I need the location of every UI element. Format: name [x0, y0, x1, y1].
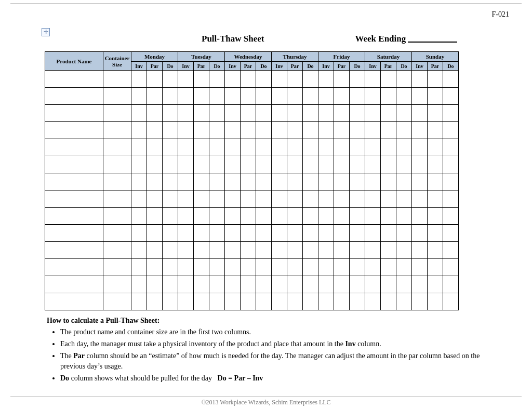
table-cell[interactable]: [178, 259, 194, 276]
table-cell[interactable]: [334, 293, 350, 310]
table-cell[interactable]: [241, 173, 256, 190]
table-cell[interactable]: [45, 293, 103, 310]
table-cell[interactable]: [287, 71, 303, 88]
table-cell[interactable]: [241, 190, 256, 208]
table-cell[interactable]: [272, 173, 287, 190]
table-cell[interactable]: [350, 208, 365, 225]
table-cell[interactable]: [256, 71, 272, 88]
table-cell[interactable]: [443, 122, 459, 139]
table-cell[interactable]: [303, 276, 318, 293]
table-cell[interactable]: [412, 173, 428, 190]
table-cell[interactable]: [131, 276, 147, 293]
table-cell[interactable]: [103, 71, 131, 88]
table-cell[interactable]: [334, 208, 350, 225]
table-cell[interactable]: [350, 190, 365, 208]
table-cell[interactable]: [178, 71, 194, 88]
table-cell[interactable]: [256, 242, 272, 259]
table-cell[interactable]: [147, 173, 163, 190]
table-cell[interactable]: [225, 259, 241, 276]
table-cell[interactable]: [194, 225, 209, 242]
table-cell[interactable]: [194, 156, 209, 173]
table-cell[interactable]: [365, 276, 381, 293]
table-cell[interactable]: [350, 71, 365, 88]
table-cell[interactable]: [272, 276, 287, 293]
table-cell[interactable]: [209, 225, 225, 242]
table-cell[interactable]: [428, 276, 443, 293]
table-cell[interactable]: [256, 88, 272, 105]
table-cell[interactable]: [178, 276, 194, 293]
table-cell[interactable]: [241, 276, 256, 293]
table-cell[interactable]: [209, 208, 225, 225]
table-cell[interactable]: [147, 225, 163, 242]
table-cell[interactable]: [272, 293, 287, 310]
table-cell[interactable]: [131, 139, 147, 156]
table-cell[interactable]: [396, 190, 412, 208]
table-cell[interactable]: [209, 259, 225, 276]
table-cell[interactable]: [272, 225, 287, 242]
table-cell[interactable]: [103, 139, 131, 156]
table-cell[interactable]: [412, 105, 428, 122]
table-cell[interactable]: [209, 88, 225, 105]
table-cell[interactable]: [381, 242, 396, 259]
table-cell[interactable]: [225, 208, 241, 225]
table-cell[interactable]: [365, 242, 381, 259]
table-cell[interactable]: [350, 122, 365, 139]
table-cell[interactable]: [45, 225, 103, 242]
table-cell[interactable]: [272, 242, 287, 259]
table-cell[interactable]: [225, 139, 241, 156]
table-cell[interactable]: [147, 122, 163, 139]
table-cell[interactable]: [428, 88, 443, 105]
table-cell[interactable]: [256, 105, 272, 122]
table-cell[interactable]: [241, 259, 256, 276]
table-cell[interactable]: [412, 190, 428, 208]
table-cell[interactable]: [131, 208, 147, 225]
table-cell[interactable]: [241, 156, 256, 173]
table-cell[interactable]: [318, 259, 334, 276]
table-cell[interactable]: [303, 156, 318, 173]
table-cell[interactable]: [350, 139, 365, 156]
table-cell[interactable]: [256, 139, 272, 156]
table-cell[interactable]: [318, 139, 334, 156]
table-cell[interactable]: [209, 139, 225, 156]
table-cell[interactable]: [163, 105, 178, 122]
table-cell[interactable]: [396, 225, 412, 242]
table-cell[interactable]: [334, 276, 350, 293]
table-cell[interactable]: [381, 105, 396, 122]
table-cell[interactable]: [225, 88, 241, 105]
table-cell[interactable]: [318, 293, 334, 310]
table-cell[interactable]: [45, 259, 103, 276]
table-cell[interactable]: [272, 156, 287, 173]
table-cell[interactable]: [350, 105, 365, 122]
table-cell[interactable]: [147, 208, 163, 225]
table-cell[interactable]: [396, 293, 412, 310]
table-cell[interactable]: [350, 259, 365, 276]
table-cell[interactable]: [272, 139, 287, 156]
table-cell[interactable]: [428, 156, 443, 173]
table-cell[interactable]: [428, 105, 443, 122]
table-cell[interactable]: [303, 71, 318, 88]
table-cell[interactable]: [163, 88, 178, 105]
table-cell[interactable]: [318, 208, 334, 225]
table-cell[interactable]: [303, 139, 318, 156]
table-cell[interactable]: [412, 156, 428, 173]
table-cell[interactable]: [225, 71, 241, 88]
table-cell[interactable]: [225, 173, 241, 190]
table-cell[interactable]: [428, 293, 443, 310]
week-ending-input-line[interactable]: [408, 42, 457, 43]
table-cell[interactable]: [396, 173, 412, 190]
table-cell[interactable]: [241, 71, 256, 88]
table-cell[interactable]: [287, 105, 303, 122]
table-cell[interactable]: [131, 156, 147, 173]
table-cell[interactable]: [443, 139, 459, 156]
table-cell[interactable]: [334, 105, 350, 122]
table-cell[interactable]: [45, 190, 103, 208]
table-cell[interactable]: [303, 242, 318, 259]
table-cell[interactable]: [287, 225, 303, 242]
table-cell[interactable]: [287, 293, 303, 310]
table-cell[interactable]: [381, 276, 396, 293]
table-cell[interactable]: [365, 293, 381, 310]
table-cell[interactable]: [225, 190, 241, 208]
table-cell[interactable]: [131, 105, 147, 122]
table-cell[interactable]: [334, 88, 350, 105]
table-cell[interactable]: [163, 259, 178, 276]
